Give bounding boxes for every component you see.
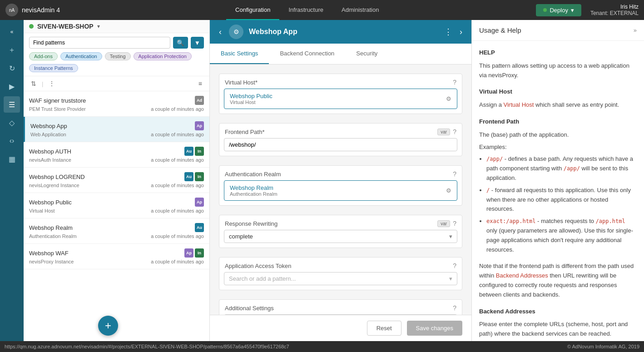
pattern-item-header: Webshop AUTH Au In xyxy=(29,147,204,156)
filter-button[interactable]: ▼ xyxy=(191,37,204,49)
config-icon: ⚙ xyxy=(229,25,243,39)
help-frontend-path-text: The (base) path of the application. xyxy=(479,130,637,140)
config-prev-icon[interactable]: ‹ xyxy=(217,25,223,39)
pattern-name: WAF signer truststore xyxy=(29,97,86,104)
virtual-host-sub: Virtual Host xyxy=(230,99,272,105)
pattern-item[interactable]: Webshop App Ap Web Application a couple … xyxy=(24,117,209,142)
sidebar-chevron-lr-icon[interactable]: ‹› xyxy=(4,133,20,149)
help-examples-label: Examples: xyxy=(479,143,637,152)
nav-tab-administration[interactable]: Administration xyxy=(332,0,388,20)
pattern-item[interactable]: Webshop AUTH Au In nevisAuth Instance a … xyxy=(24,142,209,168)
pattern-item[interactable]: Webshop Realm Au Authentication Realm a … xyxy=(24,218,209,244)
save-button[interactable]: Save changes xyxy=(407,321,462,336)
nav-tab-configuration[interactable]: Configuration xyxy=(226,0,279,20)
tags-row-2: Instance Patterns xyxy=(29,64,204,72)
pattern-item[interactable]: Webshop Public Ap Virtual Host a couple … xyxy=(24,193,209,218)
more-options-icon[interactable]: ⋮ xyxy=(47,78,57,89)
sidebar-expand-icon[interactable]: « xyxy=(4,24,20,40)
nav-tabs: Configuration Infrastructure Administrat… xyxy=(78,0,536,20)
nav-tab-infrastructure[interactable]: Infrastructure xyxy=(279,0,332,20)
pattern-badges: Ap xyxy=(195,198,204,207)
additional-settings-help-icon[interactable]: ? xyxy=(453,304,456,312)
sidebar-sync-icon[interactable]: ↻ xyxy=(4,60,20,76)
pattern-badges: Au In xyxy=(184,172,204,181)
tag-instance[interactable]: Instance Patterns xyxy=(29,64,78,72)
badge-au: Au xyxy=(184,172,193,181)
app-access-token-help-icon[interactable]: ? xyxy=(453,262,456,269)
app-logo-icon: nA xyxy=(5,4,18,16)
sidebar-add-icon[interactable]: ＋ xyxy=(4,42,20,58)
virtual-host-link[interactable]: Virtual Host xyxy=(503,101,534,108)
pattern-item[interactable]: Webshop WAF Ap In nevisProxy Instance a … xyxy=(24,244,209,269)
frontend-path-help-icon[interactable]: ? xyxy=(453,128,456,135)
backend-addresses-link-1[interactable]: Backend Addresses xyxy=(496,272,548,279)
project-dropdown-icon[interactable]: ▾ xyxy=(97,23,100,30)
deploy-button[interactable]: Deploy ▾ xyxy=(536,4,581,16)
virtual-host-value[interactable]: Webshop Public Virtual Host ⚙ xyxy=(224,89,457,109)
response-rewriting-help-icon[interactable]: ? xyxy=(453,220,456,227)
virtual-host-settings-icon[interactable]: ⚙ xyxy=(446,95,451,102)
pattern-sub: nevisAuth Instance a couple of minutes a… xyxy=(29,157,204,163)
response-rewriting-field-group: Response Rewriting var ? complete ▾ xyxy=(219,215,462,248)
help-url-rewriting-text: Note that if the frontend path is differ… xyxy=(479,262,637,299)
tag-testing[interactable]: Testing xyxy=(105,52,131,60)
help-virtual-host-text: Assign a Virtual Host which shall serve … xyxy=(479,100,637,110)
help-expand-icon[interactable]: » xyxy=(634,27,637,34)
virtual-host-help-icon[interactable]: ? xyxy=(453,79,456,86)
badge-in: In xyxy=(195,147,204,156)
pattern-item-header: Webshop App Ap xyxy=(30,121,204,130)
frontend-path-field-header: Frontend Path* var ? xyxy=(219,124,462,138)
sidebar-play-icon[interactable]: ▶ xyxy=(4,78,20,94)
config-content: Virtual Host* ? Webshop Public Virtual H… xyxy=(210,64,471,315)
help-header-bar: Usage & Help » xyxy=(472,20,644,41)
frontend-path-var-badge: var xyxy=(437,129,450,135)
auth-realm-name: Webshop Realm xyxy=(230,184,277,191)
user-info[interactable]: Iris Hitz Tenant: EXTERNAL xyxy=(590,4,639,16)
response-rewriting-select[interactable]: complete ▾ xyxy=(224,230,457,243)
pattern-name: Webshop App xyxy=(30,123,67,129)
badge-au: Au xyxy=(195,223,204,232)
pattern-name: Webshop Realm xyxy=(29,224,73,231)
search-input[interactable] xyxy=(29,37,170,49)
list-view-icon[interactable]: ≡ xyxy=(197,78,204,89)
virtual-host-label: Virtual Host* xyxy=(225,79,258,86)
auth-realm-value[interactable]: Webshop Realm Authentication Realm ⚙ xyxy=(224,180,457,201)
url-text: https://qm.nug.azure.adnovum.net/nevisad… xyxy=(5,344,289,349)
search-button[interactable]: 🔍 xyxy=(173,37,188,49)
tab-backend-connection[interactable]: Backend Connection xyxy=(269,44,345,64)
pattern-sub: nevisLogrend Instance a couple of minute… xyxy=(29,183,204,188)
deploy-chevron-icon: ▾ xyxy=(571,7,574,14)
sidebar-tag-icon[interactable]: ◇ xyxy=(4,114,20,131)
app-logo: nA nevisAdmin 4 xyxy=(5,4,60,16)
config-next-icon[interactable]: › xyxy=(458,25,464,39)
sidebar-clipboard-icon[interactable]: ☰ xyxy=(4,96,20,113)
pattern-item-header: Webshop LOGREND Au In xyxy=(29,172,204,181)
pattern-item[interactable]: WAF signer truststore Ad PEM Trust Store… xyxy=(24,91,209,117)
auth-realm-settings-icon[interactable]: ⚙ xyxy=(446,187,451,194)
project-name: SIVEN-WEB-SHOP xyxy=(37,23,94,30)
sort-icon[interactable]: ⇅ xyxy=(29,78,38,89)
frontend-path-input[interactable] xyxy=(224,138,457,151)
app-access-token-search[interactable]: Search or add a pattern... ▾ xyxy=(224,272,457,285)
tab-basic-settings[interactable]: Basic Settings xyxy=(210,44,269,64)
help-frontend-path-title: Frontend Path xyxy=(479,117,637,127)
tag-add-ons[interactable]: Add-ons xyxy=(29,52,58,60)
main-area: « ＋ ↻ ▶ ☰ ◇ ‹› ▦ SIVEN-WEB-SHOP ▾ 🔍 ▼ Ad… xyxy=(0,20,644,341)
tag-authentication[interactable]: Authentication xyxy=(60,52,102,60)
auth-realm-help-icon[interactable]: ? xyxy=(453,170,456,178)
add-pattern-button[interactable]: + xyxy=(98,316,118,336)
badge-au: Au xyxy=(184,147,193,156)
pattern-item[interactable]: Webshop LOGREND Au In nevisLogrend Insta… xyxy=(24,168,209,193)
tag-app-protection[interactable]: Application Protection xyxy=(134,52,192,60)
response-rewriting-var-badge: var xyxy=(437,220,450,227)
top-nav: nA nevisAdmin 4 Configuration Infrastruc… xyxy=(0,0,644,20)
sidebar-chart-icon[interactable]: ▦ xyxy=(4,151,20,167)
help-panel: Usage & Help » HELP This pattern allows … xyxy=(471,20,644,341)
help-section-title: HELP xyxy=(479,48,637,58)
badge-in: In xyxy=(195,172,204,181)
tab-security[interactable]: Security xyxy=(345,44,388,64)
config-menu-icon[interactable]: ⋮ xyxy=(444,27,452,37)
reset-button[interactable]: Reset xyxy=(367,321,401,336)
auth-realm-field-header: Authentication Realm ? xyxy=(219,166,462,180)
pattern-item-header: Webshop Realm Au xyxy=(29,223,204,232)
